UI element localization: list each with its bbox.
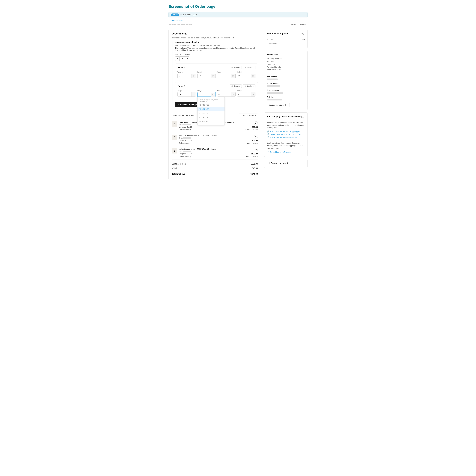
parcel-1-weight-input[interactable]: [178, 74, 191, 78]
dropdown-item-2[interactable]: 40 × 60 × 40: [198, 111, 224, 116]
quantity-control: − 2 +: [175, 56, 258, 61]
item-0-right: ↺ €33.00 in total: [252, 121, 258, 131]
parcel-2-width-input[interactable]: [217, 92, 231, 97]
website-block: Website: [267, 96, 305, 101]
weight-unit-2: kg: [191, 92, 196, 97]
parcel-2-width-field: Width cm: [217, 90, 236, 97]
order-to-ship-title: Order to ship: [172, 32, 258, 35]
print-order-link[interactable]: ⊙ Print order preparation: [288, 24, 307, 26]
shipping-qa-card: Your shipping questions answered If the …: [264, 112, 307, 157]
order-description: To chose between Ankorstore labels and y…: [172, 37, 258, 39]
settings-icon: [301, 32, 305, 35]
svg-marker-2: [303, 117, 304, 118]
duplicate-icon-2: ⊕: [245, 85, 246, 87]
qa-text-2: Easily adjust your free shipping thresho…: [267, 142, 305, 150]
contact-retailer-btn[interactable]: Contact the retailer 💬: [267, 103, 290, 107]
decrease-parcels-btn[interactable]: −: [175, 56, 180, 61]
item-2-info: corianderseed x lime / ESSENTIALS Duftke…: [179, 148, 249, 157]
ship-by-text: Ship by 23 Dec 2024: [181, 14, 197, 16]
vat-block: VAT number: [267, 75, 305, 81]
retailer-card: The Broom Shipping address Ayi Eertr Mid…: [264, 51, 307, 110]
parcel-1-actions: 🗑 Remove ⊕ Duplicate: [230, 66, 255, 69]
item-2-qty-row: Ordered quantity 12 units: [179, 155, 249, 157]
phone-redacted: [267, 85, 280, 87]
svg-point-4: [303, 118, 304, 118]
dropdown-item-1[interactable]: 16 × 27 × 23: [198, 107, 224, 111]
dropdown-item-3[interactable]: 30 × 60 × 40: [198, 116, 224, 120]
dropdown-item-4[interactable]: 16 × 35 × 26: [198, 120, 224, 124]
weight-unit: kg: [191, 74, 196, 78]
item-2-right: ↺ €132.00 in total: [251, 148, 258, 157]
trash-icon: 🗑: [231, 67, 233, 68]
parcel-2-height-input[interactable]: [237, 92, 251, 97]
parcel-1-height-field: Height cm: [237, 71, 255, 78]
item-1-info: geranium x cedarwood / ESSENTIALS Duftke…: [179, 135, 250, 144]
shipping-grid-link[interactable]: 🔗 How to read Ankorstore's Shipping grid: [267, 130, 305, 133]
item-2-sku: SKU:: [179, 151, 249, 153]
packaging-solution-link[interactable]: 🔗 Benefit from our packaging solution: [267, 136, 305, 138]
height-unit: cm: [251, 74, 255, 78]
dropdown-item-0[interactable]: 40 × 60 × 50: [198, 103, 224, 107]
svg-point-3: [302, 118, 302, 118]
item-2-update-btn[interactable]: ↺: [254, 148, 258, 152]
page-title: Screenshot of Order page: [169, 4, 307, 9]
email-redacted: [267, 92, 283, 94]
parcel-2-length-input[interactable]: [198, 92, 211, 97]
item-0-update-btn[interactable]: ↺: [254, 121, 258, 125]
item-0-qty-row: Ordered quantity 3 units: [179, 129, 250, 131]
back-arrow-icon: ←: [169, 20, 170, 22]
phone-block: Phone number: [267, 82, 305, 87]
back-to-orders-link[interactable]: ← Back to Orders: [169, 20, 307, 22]
increase-parcels-btn[interactable]: +: [185, 56, 189, 61]
print-icon: ⊙: [288, 24, 289, 26]
parcel-1-duplicate-btn[interactable]: ⊕ Duplicate: [243, 66, 255, 69]
parcels-count: 2: [180, 56, 185, 61]
pack-goods-link[interactable]: 🔗 What's the best way to pack my goods?: [267, 133, 305, 135]
parcel-2-title: Parcel 2: [177, 85, 185, 87]
link-icon-3: 🔗: [267, 136, 269, 138]
parcel-2-duplicate-btn[interactable]: ⊕ Duplicate: [243, 84, 255, 88]
order-item-2: 🕯 corianderseed x lime / ESSENTIALS Duft…: [172, 146, 258, 159]
chevron-right-icon: ›: [267, 43, 267, 45]
section-accent-bar: [172, 41, 172, 107]
parcel-2-fields: Weight kg Length cm: [177, 90, 255, 97]
item-1-update-btn[interactable]: ↺: [254, 135, 258, 138]
total-row: Total incl. tax €274.89: [172, 171, 258, 177]
svg-rect-5: [267, 162, 269, 164]
order-header-row: ■■■■■ ■■■■■■■■■ ⊙ Print order preparatio…: [169, 23, 307, 26]
payment-icon: [267, 162, 270, 165]
link-icon-1: 🔗: [267, 130, 269, 133]
address-value: Ayi Eertr Mida Gldtn Rdhtaiomhilsru 6o 0…: [267, 60, 305, 74]
parcel-2-length-field: Length cm Select from previously used di…: [197, 90, 216, 97]
link-icon-4: 🔗: [267, 151, 269, 153]
duplicate-icon: ⊕: [245, 67, 246, 68]
parcel-2-remove-btn[interactable]: 🗑 Remove: [230, 84, 241, 88]
item-1-price: €66.00: [252, 139, 258, 141]
width-unit-2: cm: [231, 92, 235, 97]
item-2-in-total: in total: [254, 156, 258, 157]
shipping-qa-header: Your shipping questions answered: [267, 115, 305, 119]
parcel-2-actions: 🗑 Remove ⊕ Duplicate: [230, 84, 255, 88]
parcel-2-height-field: Height cm: [237, 90, 255, 97]
subtotal-excl-row: Subtotal excl. tax €231.00: [172, 162, 258, 166]
subtotals: Subtotal excl. tax €231.00 + VAT €43.89 …: [172, 162, 258, 177]
right-panel: Your fees at a glance Reorder 7% › Fee d…: [264, 29, 307, 168]
link-icon-2: 🔗: [267, 133, 269, 135]
item-2-price: €132.00: [251, 153, 258, 155]
parcel-1-width-input[interactable]: [217, 74, 231, 78]
parcel-1-height-input[interactable]: [237, 74, 251, 78]
parcel-2-weight-input[interactable]: [178, 92, 191, 97]
item-0-in-total: in total: [254, 129, 258, 131]
email-block: Email address: [267, 89, 305, 94]
shipping-cost-title: Shipping cost estimation: [175, 41, 258, 43]
reorder-fee-row: Reorder 7%: [267, 37, 305, 42]
proforma-btn[interactable]: ⬇ Proforma invoice: [239, 114, 258, 117]
fee-details-link[interactable]: › Fee details: [267, 42, 305, 46]
parcel-1-remove-btn[interactable]: 🗑 Remove: [230, 66, 241, 69]
shipping-preferences-link[interactable]: 🔗 Go to shipping preferences: [267, 151, 305, 153]
height-unit-2: cm: [251, 92, 255, 97]
default-payment-title: Default payment: [271, 162, 288, 165]
parcel-1-length-input[interactable]: [198, 74, 211, 78]
item-2-image: 🕯: [172, 148, 177, 153]
item-0-sku-value: [183, 124, 191, 125]
